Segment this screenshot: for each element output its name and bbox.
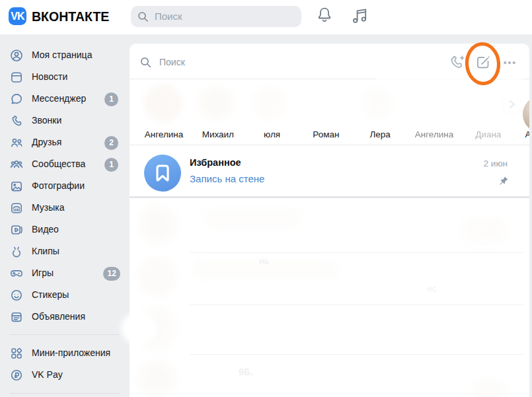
svg-text:VK: VK: [11, 11, 25, 22]
